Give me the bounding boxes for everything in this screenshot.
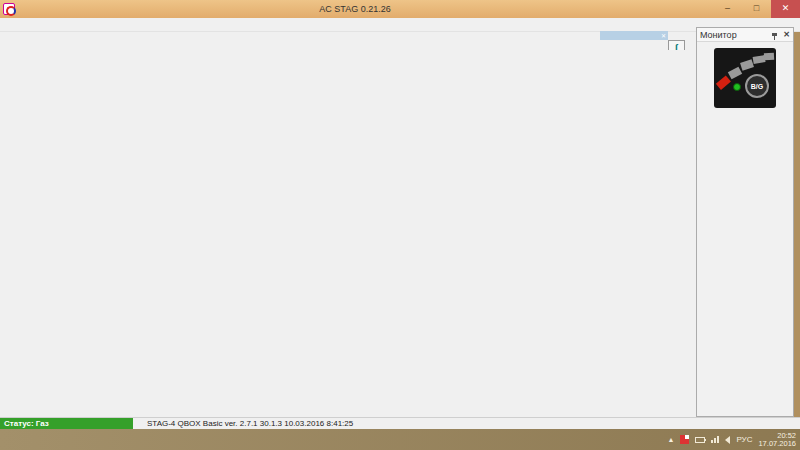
status-badge: Статус: Газ xyxy=(0,418,133,430)
titlebar: AC STAG 0.21.26 – □ ✕ xyxy=(0,0,800,18)
tab-strip xyxy=(0,32,696,50)
taskbar: ▲ РУС 20:52 17.07.2016 xyxy=(0,429,800,450)
notification-icon[interactable] xyxy=(680,435,689,444)
monitor-header: Монитор ✕ xyxy=(697,28,793,42)
menubar xyxy=(0,18,800,32)
window-title: AC STAG 0.21.26 xyxy=(0,4,710,14)
close-button[interactable]: ✕ xyxy=(771,0,800,18)
close-icon[interactable]: ✕ xyxy=(783,30,790,39)
language-indicator[interactable]: РУС xyxy=(736,435,752,444)
chevron-up-icon[interactable]: ▲ xyxy=(667,436,674,443)
gauge-area: B/G xyxy=(697,42,793,114)
screen: AC STAG 0.21.26 – □ ✕ ✕ ſ Монитор ✕ xyxy=(0,0,800,450)
statusbar: Статус: Газ STAG-4 QBOX Basic ver. 2.7.1… xyxy=(0,417,800,429)
pin-icon[interactable] xyxy=(772,33,777,36)
minimize-button[interactable]: – xyxy=(713,0,742,18)
restore-button[interactable]: □ xyxy=(742,0,771,18)
led-indicator xyxy=(734,84,741,91)
fuel-level-gauge: B/G xyxy=(714,48,776,108)
settings-panel xyxy=(0,68,696,417)
monitor-panel: Монитор ✕ B/G xyxy=(696,27,794,417)
monitor-title: Монитор xyxy=(700,30,772,40)
subtab-strip xyxy=(0,50,696,68)
svg-text:B/G: B/G xyxy=(751,83,764,90)
network-icon[interactable] xyxy=(711,436,719,443)
version-info: STAG-4 QBOX Basic ver. 2.7.1 30.1.3 10.0… xyxy=(147,419,353,428)
clock[interactable]: 20:52 17.07.2016 xyxy=(758,432,796,448)
system-tray: ▲ РУС 20:52 17.07.2016 xyxy=(667,432,800,448)
battery-icon[interactable] xyxy=(695,437,705,443)
close-icon[interactable]: ✕ xyxy=(661,32,668,39)
dock-strip: ✕ xyxy=(600,31,668,40)
speaker-icon[interactable] xyxy=(725,436,730,444)
